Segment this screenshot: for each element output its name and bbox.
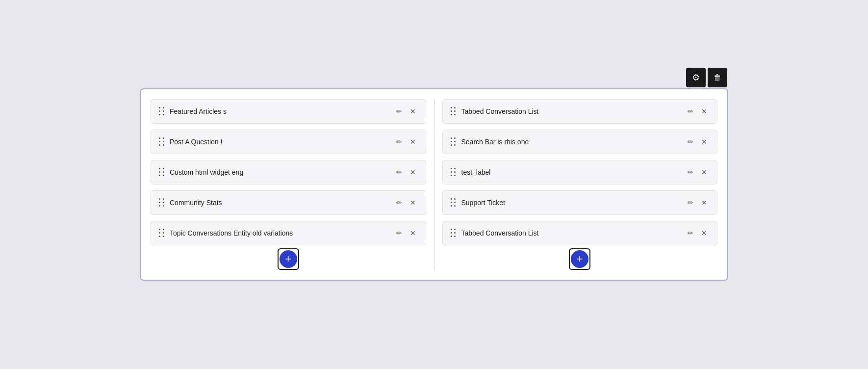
remove-button[interactable] (408, 198, 418, 208)
drag-handle[interactable] (451, 168, 457, 177)
close-icon (410, 199, 416, 207)
widget-actions (686, 167, 709, 177)
pencil-icon (396, 229, 402, 237)
remove-button[interactable] (408, 137, 418, 147)
edit-button[interactable] (686, 167, 695, 177)
pencil-icon (688, 229, 693, 237)
widget-label: Post A Question ! (170, 138, 389, 146)
edit-button[interactable] (394, 228, 404, 238)
widget-actions (686, 198, 709, 208)
edit-button[interactable] (686, 106, 695, 116)
widget-actions (394, 198, 418, 208)
drag-handle[interactable] (451, 198, 457, 207)
drag-handle[interactable] (159, 229, 165, 237)
widget-label: Search Bar is rhis one (461, 138, 681, 146)
widget-actions (394, 106, 418, 116)
close-icon (701, 168, 707, 176)
pencil-icon (396, 199, 402, 207)
remove-button[interactable] (408, 167, 418, 177)
add-button-wrapper: + (278, 248, 299, 270)
close-icon (701, 199, 707, 207)
close-icon (410, 229, 416, 237)
edit-button[interactable] (394, 106, 404, 116)
widget-label: Tabbed Conversation List (461, 229, 681, 237)
page-wrapper: Featured Articles s Post A Question ! (0, 0, 868, 369)
drag-handle[interactable] (159, 137, 165, 146)
drag-handle[interactable] (159, 168, 165, 177)
pencil-icon (396, 168, 402, 176)
widget-actions (686, 137, 709, 147)
gear-icon (692, 72, 700, 83)
widget-actions (394, 167, 418, 177)
edit-button[interactable] (394, 137, 404, 147)
main-container: Featured Articles s Post A Question ! (140, 88, 728, 281)
widget-actions (686, 106, 709, 116)
widget-label: Featured Articles s (170, 107, 389, 115)
edit-button[interactable] (394, 198, 404, 208)
pencil-icon (688, 107, 693, 115)
column-divider (434, 99, 434, 270)
remove-button[interactable] (408, 106, 418, 116)
gear-button[interactable] (686, 68, 706, 87)
remove-button[interactable] (699, 137, 709, 147)
widget-label: test_label (461, 168, 681, 176)
list-item: Featured Articles s (151, 99, 426, 124)
remove-button[interactable] (699, 228, 709, 238)
pencil-icon (396, 138, 402, 146)
list-item: test_label (442, 160, 718, 184)
remove-button[interactable] (699, 198, 709, 208)
close-icon (410, 168, 416, 176)
widget-actions (394, 137, 418, 147)
close-icon (701, 107, 707, 115)
edit-button[interactable] (686, 137, 695, 147)
list-item: Topic Conversations Entity old variation… (151, 221, 426, 245)
pencil-icon (396, 107, 402, 115)
pencil-icon (688, 199, 693, 207)
list-item: Tabbed Conversation List (442, 99, 718, 124)
drag-handle[interactable] (159, 107, 165, 116)
edit-button[interactable] (686, 198, 695, 208)
widget-label: Tabbed Conversation List (461, 107, 681, 115)
left-column: Featured Articles s Post A Question ! (151, 99, 426, 270)
widget-label: Community Stats (170, 199, 389, 207)
widget-label: Support Ticket (461, 199, 681, 207)
add-widget-button[interactable]: + (280, 250, 297, 268)
remove-button[interactable] (699, 106, 709, 116)
close-icon (410, 138, 416, 146)
widget-actions (686, 228, 709, 238)
widget-label: Topic Conversations Entity old variation… (170, 229, 389, 237)
right-column: Tabbed Conversation List Search Bar is r… (442, 99, 718, 270)
drag-handle[interactable] (451, 137, 457, 146)
remove-button[interactable] (699, 167, 709, 177)
list-item: Support Ticket (442, 190, 718, 215)
trash-button[interactable] (708, 68, 727, 87)
pencil-icon (688, 138, 693, 146)
edit-button[interactable] (394, 167, 404, 177)
remove-button[interactable] (408, 228, 418, 238)
drag-handle[interactable] (451, 107, 457, 116)
edit-button[interactable] (686, 228, 695, 238)
add-widget-button[interactable]: + (571, 250, 588, 268)
widget-actions (394, 228, 418, 238)
drag-handle[interactable] (159, 198, 165, 207)
widget-label: Custom html widget eng (170, 168, 389, 176)
drag-handle[interactable] (451, 229, 457, 237)
list-item: Community Stats (151, 190, 426, 215)
close-icon (410, 107, 416, 115)
list-item: Search Bar is rhis one (442, 130, 718, 154)
list-item: Post A Question ! (151, 130, 426, 154)
toolbar-buttons (686, 68, 727, 87)
pencil-icon (688, 168, 693, 176)
add-button-wrapper: + (569, 248, 590, 270)
close-icon (701, 138, 707, 146)
trash-icon (714, 73, 721, 82)
list-item: Custom html widget eng (151, 160, 426, 184)
close-icon (701, 229, 707, 237)
list-item: Tabbed Conversation List (442, 221, 718, 245)
